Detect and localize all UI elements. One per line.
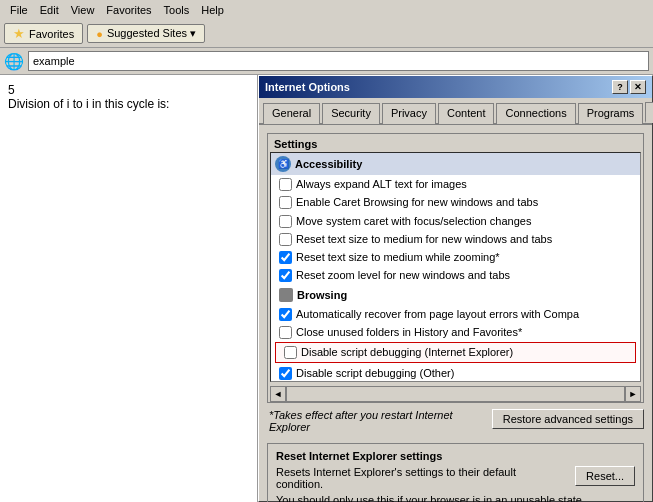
settings-group-title: Settings xyxy=(268,134,643,152)
list-item: Reset text size to medium for new window… xyxy=(271,230,640,248)
reset-desc-line2: condition. xyxy=(276,478,567,490)
list-item: Disable script debugging (Other) xyxy=(271,364,640,382)
restore-advanced-button[interactable]: Restore advanced settings xyxy=(492,409,644,429)
menu-edit[interactable]: Edit xyxy=(34,2,65,18)
tab-bar: General Security Privacy Content Connect… xyxy=(259,98,652,125)
suggested-sites-button[interactable]: ● Suggested Sites ▾ xyxy=(87,24,205,43)
setting-text: Close unused folders in History and Favo… xyxy=(296,325,522,339)
address-input[interactable] xyxy=(28,51,649,71)
checkbox-caret[interactable] xyxy=(279,196,292,209)
checkbox-reset-text-new[interactable] xyxy=(279,233,292,246)
browser-window: File Edit View Favorites Tools Help ★ Fa… xyxy=(0,0,653,502)
reset-description: Resets Internet Explorer's settings to t… xyxy=(276,466,567,490)
menu-view[interactable]: View xyxy=(65,2,101,18)
setting-text: Disable script debugging (Internet Explo… xyxy=(301,345,513,359)
note-row: Restore advanced settings *Takes effect … xyxy=(267,409,644,437)
tab-connections[interactable]: Connections xyxy=(496,103,575,124)
help-button[interactable]: ? xyxy=(612,80,628,94)
browsing-label: Browsing xyxy=(297,289,347,301)
setting-text: Reset text size to medium for new window… xyxy=(296,232,552,246)
horizontal-scrollbar[interactable]: ◄ ► xyxy=(270,386,641,402)
dialog-title: Internet Options xyxy=(265,81,350,93)
main-area: 5 Division of i to i in this cycle is: I… xyxy=(0,75,653,502)
reset-group-title: Reset Internet Explorer settings xyxy=(276,450,635,462)
ie-icon: 🌐 xyxy=(4,52,24,71)
toolbar: ★ Favorites ● Suggested Sites ▾ xyxy=(0,20,653,48)
list-item: Always expand ALT text for images xyxy=(271,175,640,193)
titlebar-buttons: ? ✕ xyxy=(612,80,646,94)
checkbox-disable-script-other[interactable] xyxy=(279,367,292,380)
list-item: Reset zoom level for new windows and tab… xyxy=(271,266,640,284)
checkbox-reset-text-zoom[interactable] xyxy=(279,251,292,264)
menu-tools[interactable]: Tools xyxy=(158,2,196,18)
checkbox-close-folders[interactable] xyxy=(279,326,292,339)
browsing-header: Browsing xyxy=(271,285,640,305)
checkbox-caret-focus[interactable] xyxy=(279,215,292,228)
suggested-icon: ● xyxy=(96,28,103,40)
dialog-body: Settings ♿ Accessibility Always expand A… xyxy=(259,125,652,502)
checkbox-alt-text[interactable] xyxy=(279,178,292,191)
tab-security[interactable]: Security xyxy=(322,103,380,124)
tab-programs[interactable]: Programs xyxy=(578,103,644,124)
setting-text: Move system caret with focus/selection c… xyxy=(296,214,531,228)
scroll-track[interactable] xyxy=(286,386,625,402)
accessibility-label: Accessibility xyxy=(295,158,362,170)
reset-desc-line1: Resets Internet Explorer's settings to t… xyxy=(276,466,567,478)
close-button[interactable]: ✕ xyxy=(630,80,646,94)
checkbox-disable-script-ie[interactable] xyxy=(284,346,297,359)
settings-list[interactable]: ♿ Accessibility Always expand ALT text f… xyxy=(270,152,641,382)
browsing-icon xyxy=(279,288,293,302)
dialog-titlebar: Internet Options ? ✕ xyxy=(259,76,652,98)
reset-group: Reset Internet Explorer settings Resets … xyxy=(267,443,644,502)
scroll-right-button[interactable]: ► xyxy=(625,386,641,402)
setting-text: Reset text size to medium while zooming* xyxy=(296,250,500,264)
setting-text: Always expand ALT text for images xyxy=(296,177,467,191)
menu-bar: File Edit View Favorites Tools Help xyxy=(0,0,653,20)
menu-file[interactable]: File xyxy=(4,2,34,18)
list-item-highlighted: Disable script debugging (Internet Explo… xyxy=(275,342,636,362)
tab-general[interactable]: General xyxy=(263,103,320,124)
address-bar-row: 🌐 xyxy=(0,48,653,75)
settings-group: Settings ♿ Accessibility Always expand A… xyxy=(267,133,644,403)
list-item: Automatically recover from page layout e… xyxy=(271,305,640,323)
list-item: Reset text size to medium while zooming* xyxy=(271,248,640,266)
list-item: Close unused folders in History and Favo… xyxy=(271,323,640,341)
setting-text: Automatically recover from page layout e… xyxy=(296,307,579,321)
internet-options-dialog: Internet Options ? ✕ General Security Pr… xyxy=(258,75,653,502)
menu-help[interactable]: Help xyxy=(195,2,230,18)
accessibility-icon: ♿ xyxy=(275,156,291,172)
tab-advanced[interactable]: Advanced xyxy=(645,102,653,123)
content-line2: Division of i to i in this cycle is: xyxy=(8,97,249,111)
accessibility-header: ♿ Accessibility xyxy=(271,153,640,175)
browser-content: 5 Division of i to i in this cycle is: xyxy=(0,75,258,502)
favorites-label: Favorites xyxy=(29,28,74,40)
reset-row: Resets Internet Explorer's settings to t… xyxy=(276,466,635,490)
reset-note: You should only use this if your browser… xyxy=(276,494,635,502)
reset-button[interactable]: Reset... xyxy=(575,466,635,486)
suggested-label: Suggested Sites ▾ xyxy=(107,27,196,40)
setting-text: Reset zoom level for new windows and tab… xyxy=(296,268,510,282)
star-icon: ★ xyxy=(13,26,25,41)
checkbox-recover[interactable] xyxy=(279,308,292,321)
tab-privacy[interactable]: Privacy xyxy=(382,103,436,124)
list-item: Move system caret with focus/selection c… xyxy=(271,212,640,230)
tab-content[interactable]: Content xyxy=(438,103,495,124)
setting-text: Disable script debugging (Other) xyxy=(296,366,454,380)
setting-text: Enable Caret Browsing for new windows an… xyxy=(296,195,538,209)
content-line1: 5 xyxy=(8,83,249,97)
dialog-overlay: Internet Options ? ✕ General Security Pr… xyxy=(258,75,653,502)
list-item: Enable Caret Browsing for new windows an… xyxy=(271,193,640,211)
menu-favorites[interactable]: Favorites xyxy=(100,2,157,18)
checkbox-reset-zoom[interactable] xyxy=(279,269,292,282)
favorites-button[interactable]: ★ Favorites xyxy=(4,23,83,44)
scroll-left-button[interactable]: ◄ xyxy=(270,386,286,402)
